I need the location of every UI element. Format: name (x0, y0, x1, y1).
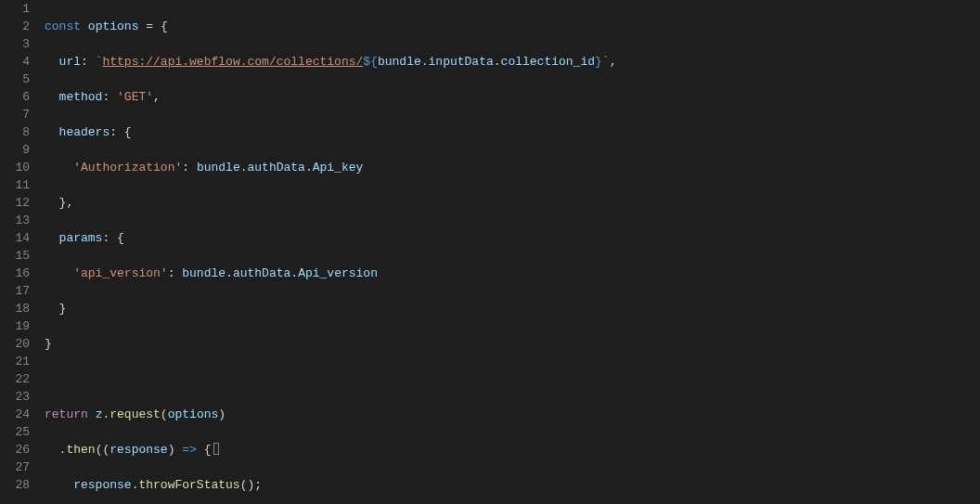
line-number: 20 (7, 335, 30, 353)
line-number: 22 (7, 370, 30, 388)
line-number: 15 (7, 247, 30, 265)
code-line[interactable]: } (45, 300, 980, 317)
line-number: 19 (7, 317, 30, 335)
line-number: 25 (7, 423, 30, 441)
line-number: 7 (7, 106, 30, 123)
code-line[interactable]: response.throwForStatus(); (45, 476, 980, 494)
line-number: 26 (7, 441, 30, 459)
code-line[interactable]: url: `https://api.webflow.com/collection… (45, 53, 980, 71)
line-number: 16 (7, 265, 30, 282)
code-line[interactable]: params: { (45, 229, 980, 247)
line-number: 28 (7, 476, 30, 494)
line-number: 14 (7, 229, 30, 247)
code-line[interactable]: 'Authorization': bundle.authData.Api_key (45, 159, 980, 176)
code-line[interactable]: return z.request(options) (45, 406, 980, 423)
line-number: 2 (7, 18, 30, 35)
line-number: 21 (7, 353, 30, 370)
code-line[interactable] (45, 370, 980, 388)
code-line[interactable]: .then((response) => { (45, 441, 980, 459)
line-number: 6 (7, 88, 30, 106)
line-number-gutter: 1 2 3 4 5 6 7 8 9 10 11 12 13 14 15 16 1… (0, 0, 45, 504)
line-number: 4 (7, 53, 30, 71)
line-number: 5 (7, 71, 30, 88)
code-line[interactable]: 'api_version': bundle.authData.Api_versi… (45, 265, 980, 282)
line-number: 11 (7, 176, 30, 194)
code-area[interactable]: const options = { url: `https://api.webf… (45, 0, 980, 504)
line-number: 27 (7, 459, 30, 476)
line-number: 23 (7, 388, 30, 406)
code-line[interactable]: }, (45, 194, 980, 212)
folding-marker-icon (213, 443, 219, 455)
line-number: 8 (7, 123, 30, 141)
line-number: 10 (7, 159, 30, 176)
line-number: 13 (7, 212, 30, 229)
line-number: 1 (7, 0, 30, 18)
code-line[interactable]: method: 'GET', (45, 88, 980, 106)
line-number: 9 (7, 141, 30, 159)
line-number: 3 (7, 35, 30, 53)
line-number: 12 (7, 194, 30, 212)
code-line[interactable]: } (45, 335, 980, 353)
code-line[interactable]: const options = { (45, 18, 980, 35)
code-editor[interactable]: 1 2 3 4 5 6 7 8 9 10 11 12 13 14 15 16 1… (0, 0, 980, 504)
line-number: 17 (7, 282, 30, 300)
line-number: 24 (7, 406, 30, 423)
code-line[interactable]: headers: { (45, 123, 980, 141)
line-number: 18 (7, 300, 30, 317)
